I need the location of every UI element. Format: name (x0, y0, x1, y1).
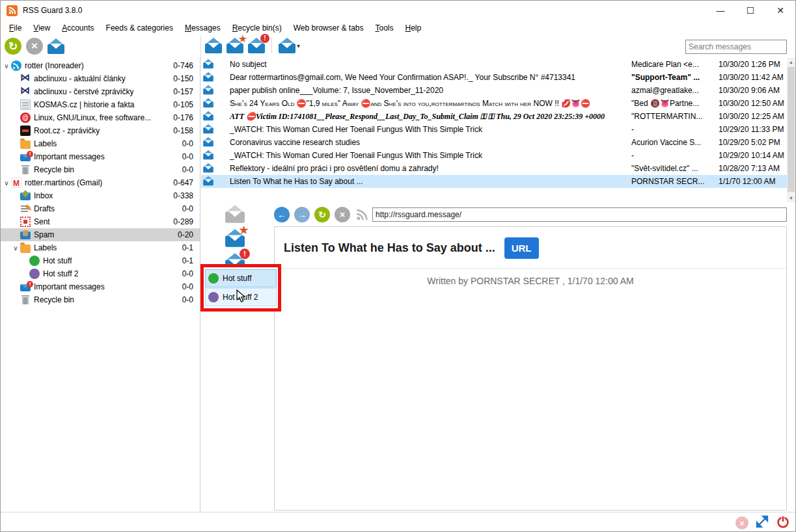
toolbar-separator (271, 38, 272, 53)
message-row[interactable]: paper publish online___Volume: 7, Issue_… (201, 84, 795, 97)
url-button[interactable]: URL (504, 237, 539, 259)
message-row[interactable]: Dear rottermartinos@gmail.com, We Need Y… (201, 71, 795, 84)
feed-item-important-messages[interactable]: Important messages0-0 (1, 150, 200, 163)
message-preview-pane: ★! ← → ↻ × Listen To What he Has to Say … (201, 202, 795, 512)
menu-recycle-bin-s[interactable]: Recycle bin(s) (226, 21, 288, 34)
menu-web-browser-tabs[interactable]: Web browser & tabs (288, 21, 370, 34)
reload-icon[interactable]: ↻ (314, 207, 330, 222)
menu-messages[interactable]: Messages (179, 21, 226, 34)
chevron-expanded-icon[interactable]: ∨ (11, 245, 20, 252)
message-date: 1/1/70 12:00 AM (715, 177, 786, 186)
scrollbar-thumb[interactable] (788, 67, 795, 192)
update-all-feeds-icon[interactable]: ↻ (5, 38, 21, 55)
message-subject: Coronavirus vaccine research studies (221, 138, 631, 147)
maximize-button[interactable]: ☐ (735, 1, 765, 20)
chevron-expanded-icon[interactable]: ∨ (2, 62, 11, 70)
inbox-icon (20, 193, 31, 200)
feed-label: Recycle bin (34, 165, 74, 174)
feed-unread-count: 0-20 (178, 230, 200, 239)
feed-item-inbox[interactable]: Inbox0-338 (1, 189, 200, 202)
back-icon[interactable]: ← (274, 207, 290, 222)
mark-important-icon[interactable]: ★ (225, 229, 245, 247)
forward-icon[interactable]: → (294, 207, 310, 222)
feed-item-linux-gnu-linux-free-software[interactable]: Linux, GNU/Linux, free software...0-176 (1, 111, 200, 124)
fullscreen-icon[interactable] (755, 514, 769, 531)
minimize-button[interactable]: — (706, 1, 735, 20)
feed-item-hot-stuff-2[interactable]: Hot stuff 20-0 (1, 267, 200, 280)
stop-icon[interactable]: × (335, 207, 350, 222)
message-subject: Dear rottermartinos@gmail.com, We Need Y… (221, 73, 631, 82)
read-message-icon (203, 150, 213, 159)
quit-icon[interactable] (776, 514, 790, 531)
label-color-icon (208, 292, 219, 302)
menu-view[interactable]: View (27, 21, 56, 34)
search-input[interactable] (685, 40, 787, 54)
message-date: 10/30/20 9:06 AM (715, 86, 786, 95)
feed-list-panel: ∨rotter (Inoreader)0-746abclinuxu - aktu… (1, 58, 200, 512)
message-row[interactable]: ATT ⛔Victim ID:1741081__Please_Respond__… (201, 110, 795, 123)
feed-unread-count: 0-0 (182, 152, 200, 161)
scroll-up-icon[interactable]: ▲ (787, 58, 795, 66)
feed-item-hot-stuff[interactable]: Hot stuff0-1 (1, 254, 200, 267)
feed-item-kosmas-cz-historie-a-fakta[interactable]: KOSMAS.cz | historie a fakta0-105 (1, 98, 200, 111)
message-row[interactable]: Reflektory - ideální pro práci i pro osv… (201, 162, 795, 175)
feed-item-sent[interactable]: Sent0-289 (1, 215, 200, 228)
rss-icon (355, 208, 368, 221)
window-title: RSS Guard 3.8.0 (23, 6, 82, 15)
mark-all-read-icon[interactable] (48, 38, 64, 54)
feed-unread-count: 0-746 (173, 61, 200, 70)
menu-file[interactable]: File (3, 21, 27, 34)
labels-folder-icon (20, 140, 31, 149)
feed-item-drafts[interactable]: Drafts0-0 (1, 202, 200, 215)
feed-item-recycle-bin[interactable]: Recycle bin0-0 (1, 293, 200, 306)
label-option-text: Hot stuff (223, 274, 251, 283)
message-row[interactable]: _WATCH: This Woman Cured Her Toenail Fun… (201, 123, 795, 136)
status-bar: × (1, 512, 795, 531)
message-list-scrollbar[interactable]: ▲ ▼ (787, 58, 795, 202)
menu-tools[interactable]: Tools (370, 21, 400, 34)
message-row[interactable]: No subjectMedicare Plan <e...10/30/20 1:… (201, 58, 795, 71)
message-row[interactable]: _WATCH: This Woman Cured Her Toenail Fun… (201, 149, 795, 162)
feed-unread-count: 0-338 (173, 191, 200, 200)
feed-item-abclinuxu-aktu-ln-l-nky[interactable]: abclinuxu - aktuální články0-150 (1, 72, 200, 85)
mark-unread-icon[interactable]: ! (248, 38, 265, 53)
feed-item-spam[interactable]: Spam0-20 (1, 228, 200, 241)
feed-item-rotter-inoreader[interactable]: ∨rotter (Inoreader)0-746 (1, 59, 200, 72)
feed-label: Labels (34, 139, 57, 148)
feed-item-rotter-martinos-gmail[interactable]: ∨rotter.martinos (Gmail)0-647 (1, 176, 200, 189)
message-author: "Bed 🔞👅Partne... (631, 99, 715, 108)
chevron-expanded-icon[interactable]: ∨ (2, 180, 11, 187)
message-row[interactable]: She's 24 Years Old ⛔"1,9 miles" Away ⛔an… (201, 97, 795, 110)
title-bar: RSS Guard 3.8.0 — ☐ ✕ (1, 1, 795, 20)
menu-accounts[interactable]: Accounts (56, 21, 100, 34)
close-button[interactable]: ✕ (765, 1, 795, 20)
url-input[interactable] (372, 207, 787, 222)
rootcz-icon (20, 126, 31, 136)
read-message-icon (203, 59, 213, 68)
feed-item-recycle-bin[interactable]: Recycle bin0-0 (1, 163, 200, 176)
feed-item-important-messages[interactable]: Important messages0-0 (1, 280, 200, 293)
message-date: 10/29/20 10:14 AM (715, 151, 786, 160)
star-badge-icon: ★ (238, 224, 249, 236)
stop-updates-icon[interactable]: × (26, 38, 43, 55)
message-actions-icon[interactable]: ▾ (279, 38, 300, 53)
sent-icon (20, 217, 31, 227)
label-option-hot-stuff[interactable]: Hot stuff (205, 269, 277, 287)
message-row[interactable]: Coronavirus vaccine research studiesAcur… (201, 136, 795, 149)
mark-read-icon[interactable] (225, 205, 245, 223)
message-row[interactable]: Listen To What he Has to Say about ...PO… (201, 175, 795, 188)
feed-item-root-cz-zpr-vi-ky[interactable]: Root.cz - zprávičky0-158 (1, 124, 200, 137)
feed-item-labels[interactable]: ∨Labels0-1 (1, 241, 200, 254)
label-option-hot-stuff-2[interactable]: Hot stuff 2 (205, 288, 277, 306)
feed-unread-count: 0-1 (182, 243, 200, 252)
feeds-toolbar: ↻× (5, 38, 64, 55)
scroll-down-icon[interactable]: ▼ (787, 194, 795, 202)
feed-item-abclinuxu-erstv-zpr-vi-ky[interactable]: abclinuxu - čerstvé zprávičky0-157 (1, 85, 200, 98)
mark-important-icon[interactable]: ★ (226, 38, 243, 53)
feed-item-labels[interactable]: Labels0-0 (1, 137, 200, 150)
menu-help[interactable]: Help (400, 21, 428, 34)
mark-read-icon[interactable] (205, 38, 222, 53)
message-author: "Support-Team" ... (631, 73, 715, 82)
menu-feeds-categories[interactable]: Feeds & categories (100, 21, 179, 34)
feed-unread-count: 0-0 (182, 282, 200, 291)
